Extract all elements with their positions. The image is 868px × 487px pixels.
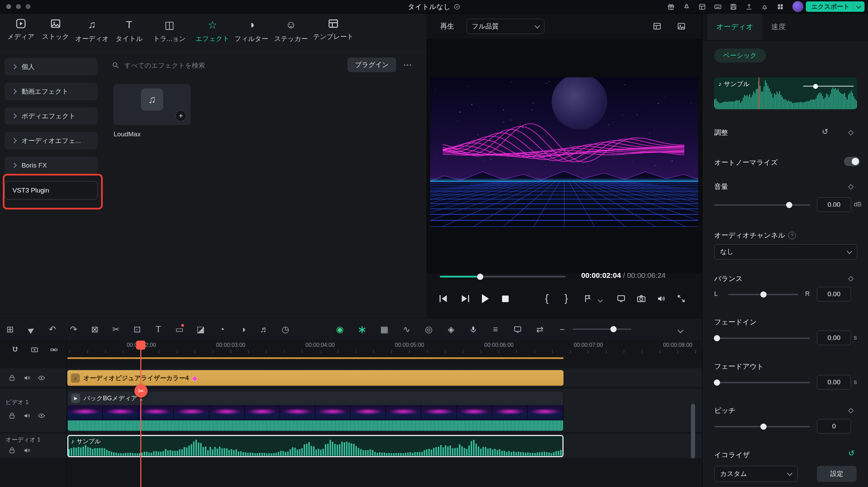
pitch-knob[interactable] [760, 424, 767, 430]
fullscreen-button[interactable] [677, 294, 686, 303]
fade-out-knob[interactable] [714, 379, 720, 386]
zoom-window-button[interactable] [26, 4, 31, 9]
mute-track-icon[interactable] [23, 374, 31, 382]
voiceover-mic-icon[interactable] [467, 318, 479, 340]
mark-in-button[interactable]: { [545, 293, 549, 304]
zoom-out-button[interactable]: − [556, 318, 568, 340]
auto-ripple-icon[interactable]: ⇄ [534, 318, 546, 340]
crop-icon[interactable]: ⊡ [131, 318, 143, 340]
minimize-window-button[interactable] [16, 4, 21, 9]
ai-audio-icon[interactable]: ♬ [258, 318, 270, 340]
timeline-scrollbar[interactable] [691, 404, 695, 459]
workspace-icon[interactable] [699, 3, 706, 10]
sidebar-item-動画エフェクト[interactable]: 動画エフェクト [5, 83, 98, 100]
progress-knob[interactable] [477, 274, 483, 280]
audio-mixer-icon[interactable]: ≡ [490, 318, 501, 340]
play-button[interactable] [482, 293, 489, 304]
tab-filters[interactable]: ◑フィルター [235, 18, 268, 43]
snapshot-button[interactable] [637, 294, 646, 303]
volume-keyframe-icon[interactable]: ◇ [848, 182, 853, 190]
export-button[interactable]: エクスポート [806, 1, 865, 12]
display-output-button[interactable] [617, 294, 626, 303]
mute-track-icon[interactable] [23, 412, 31, 419]
add-effect-button[interactable]: + [175, 110, 186, 121]
mute-button[interactable] [657, 294, 666, 303]
mark-out-button[interactable]: } [565, 293, 568, 304]
apps-grid-icon[interactable] [777, 3, 784, 10]
effect-card-loudmax[interactable]: ♫ + [114, 84, 191, 125]
effect-clip-audio-visualizer[interactable]: ♪ オーディオビジュアライザーカラー4 ◆ [67, 370, 564, 386]
insert-clip-icon[interactable] [31, 346, 39, 354]
tab-transitions[interactable]: ◫トラ...ョン [153, 18, 186, 43]
sidebar-item-ボディエフェクト[interactable]: ボディエフェクト [5, 107, 98, 125]
equalizer-preset-dropdown[interactable]: カスタム [714, 466, 798, 482]
delete-icon[interactable]: ⊠ [89, 318, 101, 340]
lock-track-icon[interactable] [8, 374, 16, 382]
gift-icon[interactable] [667, 3, 675, 10]
hide-track-icon[interactable] [38, 412, 45, 419]
adjust-keyframe-icon[interactable]: ◇ [848, 128, 853, 136]
mask-icon[interactable]: ◪ [195, 318, 207, 340]
motion-icon[interactable]: ∿ [401, 318, 412, 340]
select-tool-icon[interactable]: ▶ [20, 317, 42, 342]
volume-knob[interactable] [786, 202, 792, 208]
tab-media[interactable]: メディア [7, 18, 34, 41]
volume-slider[interactable] [714, 204, 810, 206]
marker-button[interactable] [583, 294, 592, 303]
sidebar-item-オーディオエフェ...[interactable]: オーディオエフェ... [5, 132, 98, 149]
timeline-zoom-slider[interactable] [573, 328, 631, 330]
keyboard-shortcut-icon[interactable] [714, 3, 721, 10]
fade-out-slider[interactable] [714, 382, 810, 383]
redo-icon[interactable]: ↷ [68, 318, 80, 340]
timeline-ruler[interactable]: 00:00:02:0000:00:03:0000:00:04:0000:00:0… [66, 340, 702, 354]
equalizer-settings-button[interactable]: 設定 [817, 466, 857, 482]
fade-out-value-field[interactable]: 0.00 [817, 375, 851, 390]
badge-icon[interactable]: ◈ [445, 318, 457, 340]
fade-in-value-field[interactable]: 0.00 [817, 331, 851, 345]
pip-icon[interactable]: ▭ [174, 318, 185, 340]
notifications-icon[interactable] [761, 3, 768, 10]
marker-chevron-icon[interactable] [598, 298, 603, 302]
playback-progress-bar[interactable] [440, 276, 566, 277]
auto-normalize-toggle[interactable] [844, 157, 860, 166]
tab-stickers[interactable]: ☺ステッカー [274, 18, 308, 43]
plugins-button[interactable]: プラグイン [348, 58, 396, 72]
upload-icon[interactable] [745, 3, 753, 10]
balance-value-field[interactable]: 0.00 [817, 287, 851, 301]
split-icon[interactable]: ✂ [110, 318, 122, 340]
balance-keyframe-icon[interactable]: ◇ [848, 274, 853, 282]
hide-track-icon[interactable] [38, 374, 45, 382]
volume-value-field[interactable]: 0.00 [817, 197, 851, 212]
rocket-icon[interactable] [683, 3, 690, 10]
screen-record-icon[interactable] [512, 318, 524, 340]
save-icon[interactable] [730, 3, 737, 10]
playhead-line[interactable] [140, 341, 141, 487]
audio-clip-sample[interactable]: ♪ サンプル [67, 435, 564, 457]
preview-image-icon[interactable] [677, 22, 686, 31]
tab-templates[interactable]: テンプレート [313, 18, 353, 41]
basic-category-pill[interactable]: ベーシック [714, 49, 766, 62]
user-avatar[interactable] [792, 1, 803, 12]
video-effects-icon[interactable]: ▦ [378, 318, 390, 340]
balance-slider[interactable] [728, 294, 798, 295]
split-view-icon[interactable] [653, 22, 661, 31]
pitch-slider[interactable] [714, 426, 810, 427]
effects-search-input[interactable] [124, 58, 306, 73]
sample-volume-slider[interactable] [803, 86, 854, 87]
previous-frame-button[interactable] [440, 293, 447, 304]
fade-in-knob[interactable] [714, 335, 720, 341]
sample-volume-knob[interactable] [813, 84, 818, 89]
split-at-playhead-button[interactable]: ✂ [134, 384, 148, 398]
mute-track-icon[interactable] [23, 447, 31, 454]
help-icon[interactable]: ? [788, 232, 796, 239]
undo-icon[interactable]: ↶ [47, 318, 58, 340]
snap-magnet-icon[interactable] [11, 346, 19, 354]
tab-titles[interactable]: Tタイトル [116, 18, 143, 43]
tab-audio[interactable]: オーディオ [707, 13, 762, 40]
reset-adjust-icon[interactable]: ↺ [822, 128, 828, 136]
pitch-value-field[interactable]: 0 [817, 419, 851, 434]
balance-knob[interactable] [760, 291, 767, 298]
color-icon[interactable]: ◑ [237, 318, 249, 340]
pitch-keyframe-icon[interactable]: ◇ [848, 406, 853, 414]
audio-channel-dropdown[interactable]: なし [714, 244, 857, 259]
